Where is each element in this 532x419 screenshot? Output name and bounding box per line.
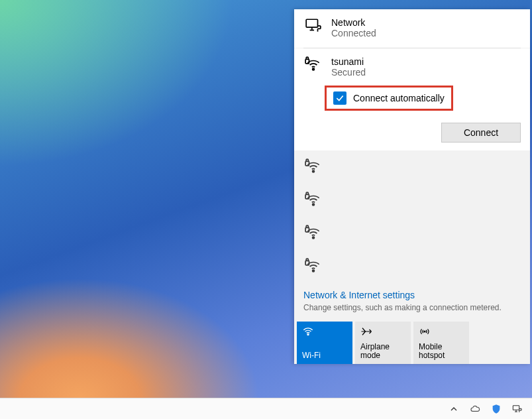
tile-wifi-label: Wi-Fi	[302, 351, 347, 360]
windows-security-shield-icon[interactable]	[491, 404, 502, 414]
network-settings-description: Change settings, such as making a connec…	[294, 302, 530, 319]
connect-row: Connect	[294, 120, 530, 150]
network-title: Network	[331, 17, 376, 28]
wifi-network-item[interactable]	[294, 184, 530, 217]
wifi-network-item[interactable]	[294, 217, 530, 250]
wifi-network-item[interactable]	[294, 250, 530, 283]
network-tray-icon[interactable]	[512, 404, 523, 414]
svg-point-15	[313, 270, 315, 272]
airplane-icon	[360, 326, 405, 337]
svg-point-7	[313, 68, 315, 70]
svg-rect-8	[305, 59, 309, 64]
svg-rect-19	[513, 405, 519, 410]
tile-hotspot[interactable]: Mobile hotspot	[413, 322, 469, 364]
svg-rect-12	[305, 194, 309, 199]
svg-point-18	[424, 331, 425, 332]
svg-point-11	[313, 204, 315, 206]
connect-automatically-label: Connect automatically	[353, 93, 445, 103]
network-status: Connected	[331, 28, 376, 38]
tile-airplane-label: Airplane mode	[360, 343, 405, 360]
selected-security: Secured	[331, 67, 366, 78]
connect-automatically-row[interactable]: Connect automatically	[325, 86, 453, 111]
tile-hotspot-label: Mobile hotspot	[419, 343, 464, 360]
selected-network[interactable]: tsunami Secured Connect automatically	[294, 48, 530, 120]
network-flyout: Network Connected tsunam	[294, 9, 530, 364]
onedrive-cloud-icon[interactable]	[470, 404, 480, 414]
other-networks-list	[294, 150, 530, 283]
svg-point-9	[313, 170, 315, 172]
svg-rect-16	[305, 261, 309, 265]
wifi-secured-icon	[305, 158, 322, 176]
tray-chevron-up-icon[interactable]	[449, 404, 459, 414]
quick-tiles: Wi-Fi Airplane mode Mobile hotspot	[294, 319, 530, 364]
taskbar	[0, 398, 532, 419]
tile-airplane[interactable]: Airplane mode	[355, 322, 411, 364]
wifi-secured-icon	[305, 258, 322, 275]
hotspot-icon	[419, 326, 464, 337]
wifi-secured-icon	[305, 225, 322, 242]
svg-rect-10	[305, 161, 309, 166]
svg-rect-0	[306, 19, 317, 27]
wifi-network-item[interactable]	[294, 150, 530, 184]
svg-point-17	[307, 333, 309, 335]
connect-button[interactable]: Connect	[441, 123, 521, 143]
network-header: Network Connected	[294, 9, 530, 48]
svg-point-13	[313, 237, 315, 239]
connect-automatically-checkbox[interactable]	[333, 91, 346, 105]
wifi-icon	[302, 326, 347, 337]
monitor-network-icon	[305, 17, 322, 34]
wifi-secured-icon	[305, 192, 322, 209]
wifi-secured-icon	[305, 56, 322, 74]
svg-rect-14	[305, 227, 309, 232]
network-settings-link[interactable]: Network & Internet settings	[303, 290, 415, 300]
tile-wifi[interactable]: Wi-Fi	[297, 322, 352, 364]
selected-ssid: tsunami	[331, 56, 366, 67]
